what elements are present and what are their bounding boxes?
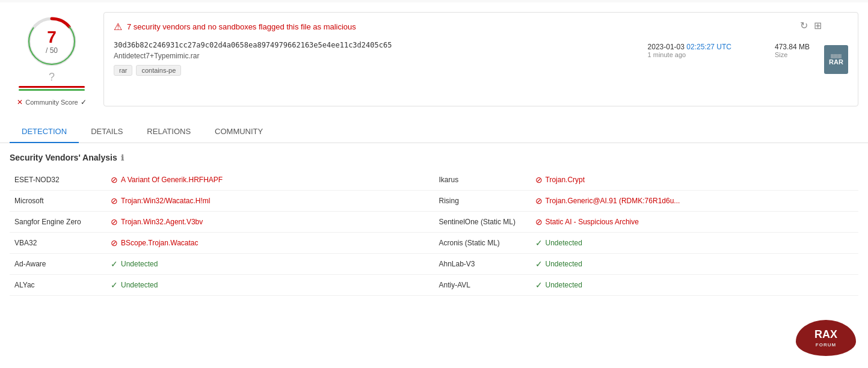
vendor-name-left-1: Microsoft xyxy=(14,197,111,205)
file-size: 473.84 MB xyxy=(775,43,810,51)
alert-icon-left-1: ⊘ xyxy=(111,196,118,206)
alert-icon-left-3: ⊘ xyxy=(111,238,118,248)
check-icon[interactable]: ✓ xyxy=(81,98,87,106)
vendor-name-right-5: Antiy-AVL xyxy=(439,281,535,289)
community-score-row: ✕ Community Score ✓ xyxy=(17,98,86,106)
file-info-section: ⚠ 7 security vendors and no sandboxes fl… xyxy=(103,12,858,106)
file-date-section: 2023-01-03 02:25:27 UTC 1 minute ago xyxy=(648,43,731,58)
vendor-name-right-1: Rising xyxy=(439,197,535,205)
action-icons: ↻ ⊞ xyxy=(800,20,822,31)
vendor-right-5: Antiy-AVL ✓ Undetected xyxy=(434,275,859,295)
ok-icon-right-4: ✓ xyxy=(535,259,543,269)
detection-text-left-4: Undetected xyxy=(121,260,158,268)
vendor-left-3: VBA32 ⊘ BScope.Trojan.Wacatac xyxy=(10,233,434,253)
alert-icon-right-1: ⊘ xyxy=(535,196,543,206)
detection-right-3: ✓ Undetected xyxy=(535,238,582,248)
score-number: 7 xyxy=(46,29,58,46)
tag-rar[interactable]: rar xyxy=(114,65,132,76)
detection-text-left-0: A Variant Of Generik.HRFHAPF xyxy=(121,176,223,184)
vendor-row-0: ESET-NOD32 ⊘ A Variant Of Generik.HRFHAP… xyxy=(10,170,858,191)
warning-banner: ⚠ 7 security vendors and no sandboxes fl… xyxy=(114,21,848,32)
vendor-name-right-0: Ikarus xyxy=(439,176,535,184)
tabs-row: DETECTION DETAILS RELATIONS COMMUNITY xyxy=(0,121,868,143)
score-circle: 7 / 50 xyxy=(25,14,79,69)
vendor-table: ESET-NOD32 ⊘ A Variant Of Generik.HRFHAP… xyxy=(10,170,858,296)
vendor-left-0: ESET-NOD32 ⊘ A Variant Of Generik.HRFHAP… xyxy=(10,170,434,190)
expand-icon[interactable]: ⊞ xyxy=(814,20,822,31)
bar-green xyxy=(19,89,85,91)
detection-left-5: ✓ Undetected xyxy=(111,280,158,290)
tab-details[interactable]: DETAILS xyxy=(79,121,135,143)
file-tags: rar contains-pe xyxy=(114,65,848,76)
ok-icon-right-5: ✓ xyxy=(535,280,543,290)
vendor-row-2: Sangfor Engine Zero ⊘ Trojan.Win32.Agent… xyxy=(10,212,858,233)
section-title-text: Security Vendors' Analysis xyxy=(10,153,117,162)
detection-right-0: ⊘ Trojan.Crypt xyxy=(535,175,585,185)
detection-left-3: ⊘ BScope.Trojan.Wacatac xyxy=(111,238,199,248)
detection-text-right-3: Undetected xyxy=(546,239,582,247)
alert-icon-left-2: ⊘ xyxy=(111,217,118,227)
file-hash[interactable]: 30d36b82c246931cc27a9c02d4a0658ea8974979… xyxy=(114,41,848,49)
alert-icon-right-2: ⊘ xyxy=(535,217,543,227)
vendor-left-2: Sangfor Engine Zero ⊘ Trojan.Win32.Agent… xyxy=(10,212,434,232)
x-icon[interactable]: ✕ xyxy=(17,98,23,106)
detection-right-5: ✓ Undetected xyxy=(535,280,582,290)
vendor-row-3: VBA32 ⊘ BScope.Trojan.Wacatac Acronis (S… xyxy=(10,233,858,254)
vendor-right-3: Acronis (Static ML) ✓ Undetected xyxy=(434,233,859,253)
bar-red xyxy=(19,86,85,88)
detection-right-1: ⊘ Trojan.Generic@AI.91 (RDMK:76R1d6u... xyxy=(535,196,680,206)
vendor-name-left-2: Sangfor Engine Zero xyxy=(14,218,111,226)
detection-text-right-4: Undetected xyxy=(546,260,582,268)
vendor-right-1: Rising ⊘ Trojan.Generic@AI.91 (RDMK:76R1… xyxy=(434,191,859,211)
detection-right-4: ✓ Undetected xyxy=(535,259,582,269)
detection-text-left-3: BScope.Trojan.Wacatac xyxy=(121,239,199,247)
vendor-row-5: ALYac ✓ Undetected Antiy-AVL ✓ Undetecte… xyxy=(10,275,858,296)
vendor-row-1: Microsoft ⊘ Trojan:Win32/Wacatac.H!ml Ri… xyxy=(10,191,858,212)
tag-contains-pe[interactable]: contains-pe xyxy=(136,65,181,76)
detection-text-left-1: Trojan:Win32/Wacatac.H!ml xyxy=(121,197,210,205)
vendor-right-0: Ikarus ⊘ Trojan.Crypt xyxy=(434,170,859,190)
detection-text-right-1: Trojan.Generic@AI.91 (RDMK:76R1d6u... xyxy=(546,197,680,205)
detection-text-left-2: Trojan.Win32.Agent.V3bv xyxy=(121,218,203,226)
rar-icon-area: |||||||| RAR xyxy=(824,45,848,74)
ok-icon-right-3: ✓ xyxy=(535,238,543,248)
table-section: Security Vendors' Analysis ℹ ESET-NOD32 … xyxy=(0,143,868,305)
progress-bars xyxy=(19,86,85,91)
file-name: Antidetect7+Typemimic.rar xyxy=(114,52,848,60)
tab-community[interactable]: COMMUNITY xyxy=(203,121,275,143)
vendor-left-5: ALYac ✓ Undetected xyxy=(10,275,434,295)
vendor-left-4: Ad-Aware ✓ Undetected xyxy=(10,254,434,274)
detection-left-4: ✓ Undetected xyxy=(111,259,158,269)
date-text: 2023-01-03 xyxy=(648,43,687,51)
section-title: Security Vendors' Analysis ℹ xyxy=(10,153,858,162)
community-score-label: Community Score xyxy=(25,99,78,106)
info-icon[interactable]: ℹ xyxy=(121,153,124,162)
ok-icon-left-5: ✓ xyxy=(111,280,118,290)
rar-icon: |||||||| RAR xyxy=(824,45,848,74)
detection-left-2: ⊘ Trojan.Win32.Agent.V3bv xyxy=(111,217,203,227)
alert-icon-right-0: ⊘ xyxy=(535,175,543,185)
date-relative: 1 minute ago xyxy=(648,51,731,58)
warning-icon: ⚠ xyxy=(114,21,122,32)
rar-bars: |||||||| xyxy=(829,53,843,58)
detection-left-1: ⊘ Trojan:Win32/Wacatac.H!ml xyxy=(111,196,210,206)
ok-icon-left-4: ✓ xyxy=(111,259,118,269)
vendor-name-left-3: VBA32 xyxy=(14,239,111,247)
detection-text-left-5: Undetected xyxy=(121,281,158,289)
tab-detection[interactable]: DETECTION xyxy=(10,121,79,143)
detection-text-right-0: Trojan.Crypt xyxy=(546,176,585,184)
tab-relations[interactable]: RELATIONS xyxy=(135,121,203,143)
vendor-name-left-0: ESET-NOD32 xyxy=(14,176,111,184)
vendor-name-right-4: AhnLab-V3 xyxy=(439,260,535,268)
size-label: Size xyxy=(775,51,810,58)
refresh-icon[interactable]: ↻ xyxy=(800,20,808,31)
vendor-row-4: Ad-Aware ✓ Undetected AhnLab-V3 ✓ Undete… xyxy=(10,254,858,275)
vendor-name-right-2: SentinelOne (Static ML) xyxy=(439,218,535,226)
date-time: 02:25:27 UTC xyxy=(686,43,731,51)
vendor-left-1: Microsoft ⊘ Trojan:Win32/Wacatac.H!ml xyxy=(10,191,434,211)
detection-right-2: ⊘ Static AI - Suspicious Archive xyxy=(535,217,639,227)
score-section: 7 / 50 ? ✕ Community Score ✓ xyxy=(10,12,94,106)
alert-icon-left-0: ⊘ xyxy=(111,175,118,185)
rar-label: RAR xyxy=(829,58,843,66)
warning-text: 7 security vendors and no sandboxes flag… xyxy=(127,22,356,31)
